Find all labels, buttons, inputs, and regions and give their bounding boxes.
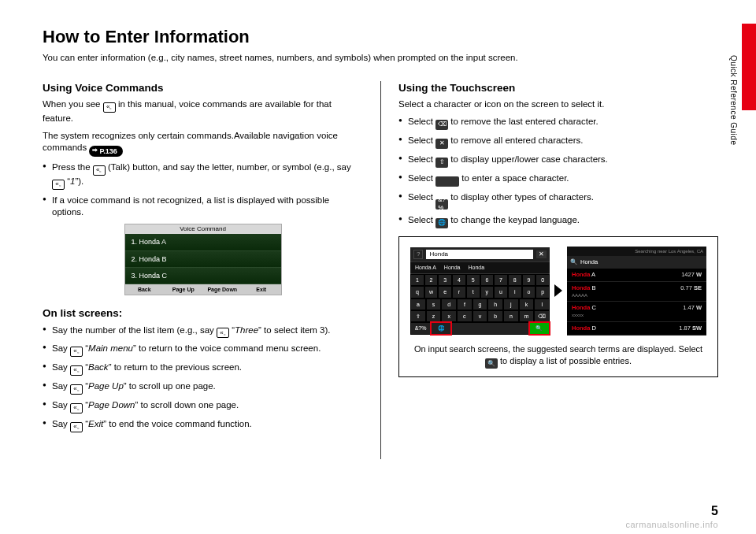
watermark: carmanualsonline.info <box>625 519 718 531</box>
search-icon: 🔍 <box>570 258 577 266</box>
key: y <box>480 286 495 298</box>
list-bullet: Say «꜀ “Page Down” to scroll down one pa… <box>43 399 363 413</box>
key: r <box>452 286 466 298</box>
search-icon: 🔍 <box>485 358 498 369</box>
help-icon: ? <box>413 250 423 260</box>
touch-bullet: Select 🌐 to change the keypad language. <box>398 214 718 228</box>
vc-row: 1. Honda A <box>125 234 281 250</box>
page-title: How to Enter Information <box>43 25 718 49</box>
talk-icon: «꜀ <box>70 384 83 395</box>
clear-icon: ✕ <box>435 139 448 149</box>
arrow-icon <box>554 284 562 297</box>
touch-bullet: Select to enter a space character. <box>398 172 718 187</box>
key: i <box>508 286 522 298</box>
key: 7 <box>494 274 508 286</box>
list-bullet: Say «꜀ “Back” to return to the previous … <box>43 362 363 376</box>
key: p <box>536 286 550 298</box>
key: 0 <box>536 274 550 286</box>
key: 8 <box>508 274 522 286</box>
voice-para-2: The system recognizes only certain comma… <box>43 130 363 157</box>
voice-command-screenshot: Voice Command 1. Honda A 2. Honda B 3. H… <box>124 224 282 296</box>
list-bullet: Say the number of the list item (e.g., s… <box>43 324 363 339</box>
talk-icon: «꜀ <box>70 347 83 357</box>
touch-bullet: Select &?% to display other types of cha… <box>398 191 718 210</box>
touch-bullet: Select ⇧ to display upper/lower case cha… <box>398 154 718 168</box>
result-row: Honda Cxxxxx1.47 W <box>567 302 706 321</box>
talk-icon: «꜀ <box>103 102 116 113</box>
key: q <box>410 286 424 298</box>
key: g <box>472 299 488 310</box>
key: h <box>487 299 503 310</box>
page-number: 5 <box>711 502 718 520</box>
result-row: Honda A1427 W <box>567 269 706 282</box>
heading-voice-commands: Using Voice Commands <box>43 81 363 95</box>
key: d <box>441 299 457 310</box>
globe-icon: 🌐 <box>435 218 448 228</box>
talk-icon: «꜀ <box>52 180 65 190</box>
touch-bullet: Select ⌫ to remove the last entered char… <box>398 116 718 130</box>
figure-caption: On input search screens, the suggested s… <box>410 343 706 369</box>
voice-para-1: When you see «꜀ in this manual, voice co… <box>43 98 363 124</box>
talk-icon: «꜀ <box>70 422 83 432</box>
key: b <box>487 310 503 322</box>
side-tab <box>742 24 756 110</box>
vc-footer: Back Page Up Page Down Exit <box>125 284 281 295</box>
kbd-input: Honda <box>426 250 533 260</box>
page-intro: You can enter information (e.g., city na… <box>43 52 718 65</box>
talk-icon: «꜀ <box>70 403 83 413</box>
page-ref-pill: P.136 <box>89 146 122 157</box>
key: k <box>519 299 535 310</box>
shift-icon: ⇧ <box>435 158 448 168</box>
key: u <box>494 286 508 298</box>
results-screenshot: Searching near Los Angeles, CA 🔍 Honda H… <box>567 247 706 336</box>
list-bullet: Say «꜀ “Main menu” to return to the voic… <box>43 343 363 357</box>
key: a <box>410 299 426 310</box>
backspace-icon: ⌫ <box>435 120 448 130</box>
key: 4 <box>452 274 466 286</box>
result-row: Honda BAAAAA0.77 SE <box>567 282 706 302</box>
talk-icon: «꜀ <box>217 328 229 338</box>
key: m <box>519 310 535 322</box>
key: 6 <box>480 274 495 286</box>
heading-list-screens: On list screens: <box>43 306 363 321</box>
key: 5 <box>466 274 480 286</box>
key: z <box>426 310 442 322</box>
voice-bullet-2: If a voice command is not recognized, a … <box>43 195 363 219</box>
key: 1 <box>410 274 424 286</box>
key: f <box>457 299 472 310</box>
key: v <box>472 310 488 322</box>
heading-touchscreen: Using the Touchscreen <box>398 81 718 95</box>
touch-bullet: Select ✕ to remove all entered character… <box>398 135 718 149</box>
key: o <box>522 286 536 298</box>
results-query: Honda <box>580 258 598 266</box>
vc-row: 3. Honda C <box>125 268 281 284</box>
key: w <box>424 286 439 298</box>
touchscreen-figure: ? Honda ✕ Honda A Honda Honda 1234567890… <box>398 236 718 377</box>
space-icon <box>435 176 459 187</box>
key: 9 <box>522 274 536 286</box>
list-bullet: Say «꜀ “Page Up” to scroll up one page. <box>43 380 363 395</box>
key: l <box>534 299 550 310</box>
key: e <box>438 286 452 298</box>
vc-row: 2. Honda B <box>125 251 281 268</box>
kbd-suggestions: Honda A Honda Honda <box>410 261 550 273</box>
side-label: Quick Reference Guide <box>728 55 739 145</box>
result-row: Honda D1.87 SW <box>567 322 706 336</box>
touch-para: Select a character or icon on the screen… <box>398 98 718 111</box>
key: 2 <box>424 274 439 286</box>
key: 3 <box>438 274 452 286</box>
key: j <box>503 299 519 310</box>
voice-bullet-1: Press the «꜀ (Talk) button, and say the … <box>43 161 363 190</box>
key: x <box>441 310 457 322</box>
key: c <box>457 310 472 322</box>
key: t <box>466 286 480 298</box>
vc-title: Voice Command <box>125 224 281 235</box>
key: s <box>426 299 442 310</box>
list-bullet: Say «꜀ “Exit” to end the voice command f… <box>43 418 363 432</box>
talk-icon: «꜀ <box>93 165 106 176</box>
clear-icon: ✕ <box>536 250 547 259</box>
talk-icon: «꜀ <box>70 365 83 376</box>
keyboard-screenshot: ? Honda ✕ Honda A Honda Honda 1234567890… <box>410 247 550 335</box>
symbols-icon: &?% <box>435 199 448 210</box>
results-location: Searching near Los Angeles, CA <box>567 247 706 256</box>
